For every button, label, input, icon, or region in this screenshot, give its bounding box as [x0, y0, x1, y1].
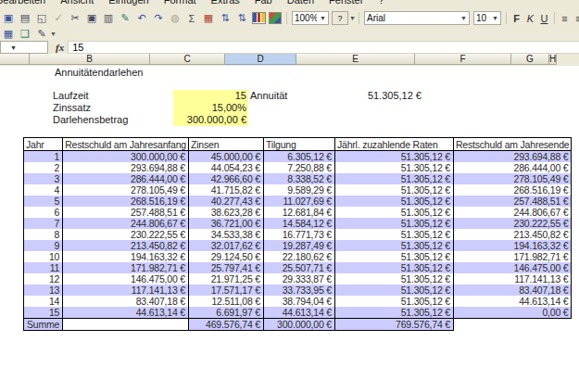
format-painter-icon[interactable]: ✎ — [117, 11, 133, 25]
redo-icon[interactable]: ↷ — [150, 11, 167, 25]
annuity-label-cell[interactable]: Annuität — [250, 90, 287, 102]
year-cell[interactable]: 6 — [24, 207, 63, 218]
column-header[interactable]: E — [296, 54, 415, 65]
zinsen-cell[interactable]: 44.054,23 € — [188, 162, 263, 173]
year-cell[interactable]: 15 — [24, 307, 63, 319]
menu-item[interactable]: Fenster — [321, 0, 371, 6]
table-header-cell[interactable]: Jährl. zuzahlende Raten — [334, 138, 453, 151]
tilgung-cell[interactable]: 44.613,14 € — [263, 307, 334, 319]
table-header-cell[interactable]: Restschuld am Jahresende — [453, 138, 571, 151]
zoom-select[interactable]: 100% ▼ — [292, 11, 329, 25]
parameter-label-cell[interactable]: Laufzeit — [53, 90, 173, 102]
rate-cell[interactable]: 51.305,12 € — [334, 173, 453, 184]
zinsen-cell[interactable]: 41.715,82 € — [188, 184, 263, 196]
rate-cell[interactable]: 51.305,12 € — [334, 307, 453, 319]
draw-pen-icon[interactable]: ✎ — [33, 27, 50, 41]
zinsen-cell[interactable]: 17.571,17 € — [188, 285, 263, 296]
year-cell[interactable]: 4 — [24, 184, 63, 196]
restschuld-ende-cell[interactable]: 0,00 € — [453, 307, 571, 319]
restschuld-anfang-cell[interactable]: 300.000,00 € — [63, 151, 189, 163]
fx-icon[interactable]: fx — [56, 42, 64, 53]
restschuld-ende-cell[interactable]: 293.694,88 € — [453, 151, 571, 163]
parameter-label-cell[interactable]: Darlehensbetrag — [53, 114, 173, 126]
restschuld-ende-cell[interactable]: 230.222,55 € — [453, 218, 571, 229]
table-header-cell[interactable]: Zinsen — [188, 138, 263, 151]
column-header[interactable]: B — [30, 54, 150, 65]
year-cell[interactable]: 1 — [24, 151, 63, 163]
tilgung-cell[interactable]: 25.507,71 € — [263, 262, 334, 273]
table-header-cell[interactable]: Tilgung — [263, 138, 334, 151]
year-cell[interactable]: 10 — [24, 251, 63, 262]
restschuld-anfang-cell[interactable]: 44.613,14 € — [63, 307, 189, 319]
parameter-value-cell[interactable]: 15,00% — [173, 102, 248, 114]
restschuld-anfang-cell[interactable]: 171.982,71 € — [63, 262, 189, 273]
menu-item[interactable]: Einfügen — [101, 0, 156, 6]
restschuld-anfang-cell[interactable]: 213.450,82 € — [63, 240, 189, 251]
restschuld-anfang-cell[interactable]: 230.222,55 € — [63, 229, 189, 240]
restschuld-anfang-cell[interactable]: 194.163,32 € — [63, 251, 189, 262]
restschuld-ende-cell[interactable]: 286.444,00 € — [453, 162, 571, 173]
underline-button[interactable]: U — [537, 13, 551, 24]
rate-cell[interactable]: 51.305,12 € — [334, 162, 453, 173]
tilgung-cell[interactable]: 12.681,84 € — [263, 207, 334, 218]
parameter-label-cell[interactable]: Zinssatz — [53, 102, 173, 114]
year-cell[interactable]: 5 — [24, 196, 63, 207]
zinsen-cell[interactable]: 38.623,28 € — [188, 207, 263, 218]
year-cell[interactable]: 14 — [24, 296, 63, 307]
help-button[interactable]: ? — [332, 11, 348, 25]
tilgung-cell[interactable]: 9.589,29 € — [263, 184, 334, 196]
zinsen-cell[interactable]: 25.797,41 € — [188, 262, 263, 273]
menu-item[interactable]: Ansicht — [53, 0, 101, 6]
zinsen-cell[interactable]: 42.966,60 € — [188, 173, 263, 184]
menu-item[interactable]: ? — [371, 0, 391, 6]
year-cell[interactable]: 2 — [24, 162, 63, 173]
summe-raten-cell[interactable]: 769.576,74 € — [334, 319, 453, 331]
column-header[interactable]: H — [549, 54, 557, 65]
summe-label-cell[interactable]: Summe — [24, 319, 63, 331]
tilgung-cell[interactable]: 14.584,12 € — [263, 218, 334, 229]
column-header[interactable]: F — [415, 54, 511, 65]
sheet-title-cell[interactable]: Annuitätendarlehen — [55, 67, 143, 79]
year-cell[interactable]: 12 — [24, 273, 63, 285]
spelling-icon[interactable]: ✓ — [50, 11, 67, 25]
restschuld-anfang-cell[interactable]: 146.475,00 € — [63, 273, 189, 285]
rate-cell[interactable]: 51.305,12 € — [334, 229, 453, 240]
menu-item[interactable]: Fab — [247, 0, 280, 6]
restschuld-ende-cell[interactable]: 213.450,82 € — [453, 229, 571, 240]
restschuld-anfang-cell[interactable]: 293.694,88 € — [63, 162, 189, 173]
drawing-icon[interactable] — [267, 11, 283, 25]
column-header[interactable]: C — [150, 54, 225, 65]
font-name-select[interactable]: Arial ▼ — [364, 11, 470, 25]
parameter-value-cell[interactable]: 300.000,00 € — [173, 114, 248, 126]
copy-icon[interactable]: ▣ — [83, 11, 100, 25]
tilgung-cell[interactable]: 19.287,49 € — [263, 240, 334, 251]
autosum-icon[interactable]: Σ — [183, 11, 200, 25]
restschuld-anfang-cell[interactable]: 257.488,51 € — [63, 207, 189, 218]
tilgung-cell[interactable]: 38.794,04 € — [263, 296, 334, 307]
year-cell[interactable]: 13 — [24, 285, 63, 296]
restschuld-anfang-cell[interactable]: 268.516,19 € — [63, 196, 189, 207]
bold-button[interactable]: F — [510, 13, 523, 24]
parameter-value-cell[interactable]: 15 — [173, 90, 248, 102]
summe-tilgung-cell[interactable]: 300.000,00 € — [263, 319, 334, 331]
tilgung-cell[interactable]: 16.771,73 € — [263, 229, 334, 240]
restschuld-ende-cell[interactable]: 194.163,32 € — [453, 240, 571, 251]
year-cell[interactable]: 3 — [24, 173, 63, 184]
year-cell[interactable]: 8 — [24, 229, 63, 240]
restschuld-ende-cell[interactable]: 117.141,13 € — [453, 273, 571, 285]
rate-cell[interactable]: 51.305,12 € — [334, 184, 453, 196]
restschuld-ende-cell[interactable]: 171.982,71 € — [453, 251, 571, 262]
rate-cell[interactable]: 51.305,12 € — [334, 207, 453, 218]
summe-anfang-cell[interactable] — [63, 319, 189, 331]
zinsen-cell[interactable]: 45.000,00 € — [188, 151, 263, 163]
zinsen-cell[interactable]: 21.971,25 € — [188, 273, 263, 285]
menu-item[interactable]: Extras — [204, 0, 247, 6]
align-center-button[interactable]: ≡ — [572, 13, 579, 24]
rate-cell[interactable]: 51.305,12 € — [334, 296, 453, 307]
restschuld-ende-cell[interactable]: 244.806,67 € — [453, 207, 571, 218]
rate-cell[interactable]: 51.305,12 € — [334, 273, 453, 285]
table-header-cell[interactable]: Jahr — [24, 138, 63, 151]
tilgung-cell[interactable]: 22.180,62 € — [263, 251, 334, 262]
menu-item[interactable]: Format — [157, 0, 204, 6]
zinsen-cell[interactable]: 29.124,50 € — [188, 251, 263, 262]
